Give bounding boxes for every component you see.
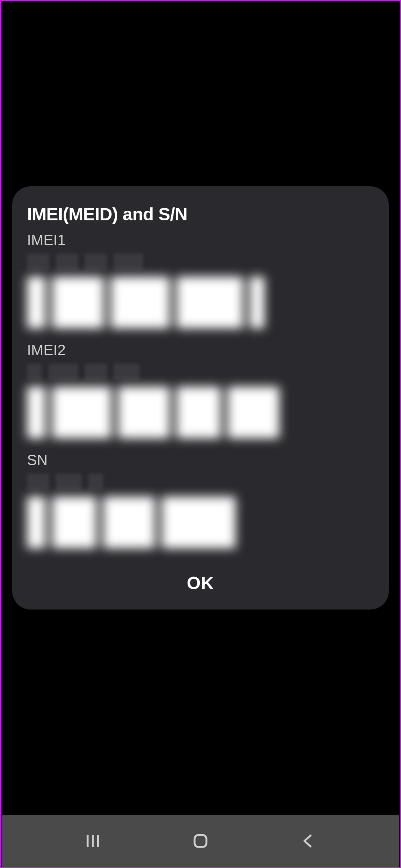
back-icon (299, 832, 317, 850)
imei1-label: IMEI1 (27, 232, 374, 248)
home-button[interactable] (189, 830, 212, 852)
ok-button[interactable]: OK (27, 562, 374, 595)
sn-label: SN (27, 452, 374, 468)
navigation-bar (2, 815, 399, 867)
imei1-secondary-redacted (27, 254, 374, 270)
imei2-barcode-redacted (27, 387, 374, 438)
imei1-barcode-redacted (27, 277, 374, 328)
recents-button[interactable] (82, 830, 104, 852)
imei2-secondary-redacted (27, 364, 374, 380)
home-icon (192, 832, 209, 850)
imei-dialog: IMEI(MEID) and S/N IMEI1 IMEI2 SN (12, 186, 389, 610)
dialog-title: IMEI(MEID) and S/N (27, 204, 374, 224)
sn-barcode-redacted (27, 497, 374, 548)
sn-secondary-redacted (27, 474, 374, 490)
svg-rect-3 (195, 835, 206, 847)
back-button[interactable] (297, 830, 319, 852)
recents-icon (84, 832, 102, 850)
imei2-label: IMEI2 (27, 342, 374, 358)
